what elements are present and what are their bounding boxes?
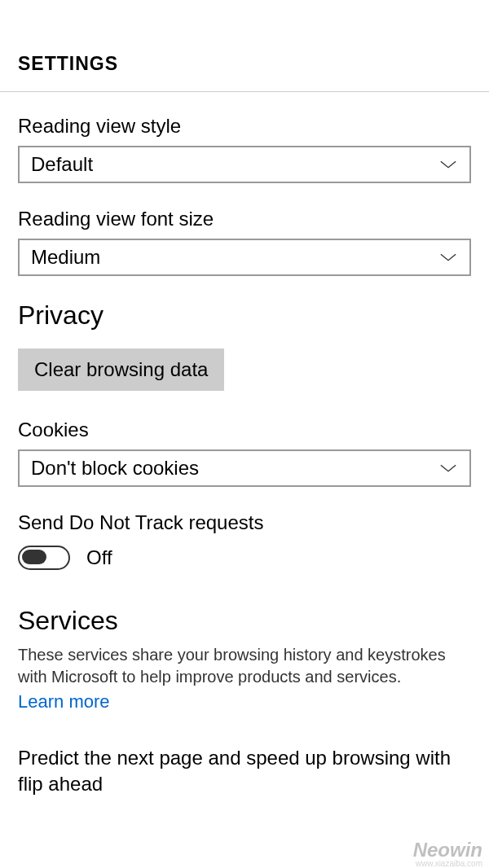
- watermark-sub: www.xiazaiba.com: [416, 859, 482, 868]
- reading-style-select[interactable]: Default: [18, 146, 471, 183]
- dnt-toggle-row: Off: [18, 546, 471, 570]
- watermark-text: Neowin: [413, 839, 482, 861]
- services-section-title: Services: [18, 606, 471, 636]
- cookies-label: Cookies: [18, 419, 471, 441]
- chevron-down-icon: [438, 252, 458, 263]
- chevron-down-icon: [438, 462, 458, 474]
- toggle-knob: [22, 550, 46, 564]
- dnt-toggle[interactable]: [18, 546, 70, 570]
- reading-font-value: Medium: [31, 246, 100, 269]
- cookies-value: Don't block cookies: [31, 457, 199, 480]
- dnt-label: Send Do Not Track requests: [18, 511, 471, 534]
- page-title: SETTINGS: [18, 53, 471, 75]
- clear-browsing-data-button[interactable]: Clear browsing data: [18, 349, 224, 391]
- services-description: These services share your browsing histo…: [18, 644, 471, 688]
- settings-content: Reading view style Default Reading view …: [0, 92, 489, 798]
- settings-header: SETTINGS: [0, 0, 489, 92]
- predict-label: Predict the next page and speed up brows…: [18, 745, 471, 798]
- reading-font-label: Reading view font size: [18, 208, 471, 230]
- privacy-section-title: Privacy: [18, 300, 471, 331]
- reading-font-select[interactable]: Medium: [18, 239, 471, 276]
- chevron-down-icon: [438, 159, 458, 170]
- reading-style-label: Reading view style: [18, 115, 471, 138]
- cookies-select[interactable]: Don't block cookies: [18, 449, 471, 487]
- dnt-state-label: Off: [86, 546, 112, 569]
- learn-more-link[interactable]: Learn more: [18, 691, 110, 712]
- reading-style-value: Default: [31, 153, 93, 176]
